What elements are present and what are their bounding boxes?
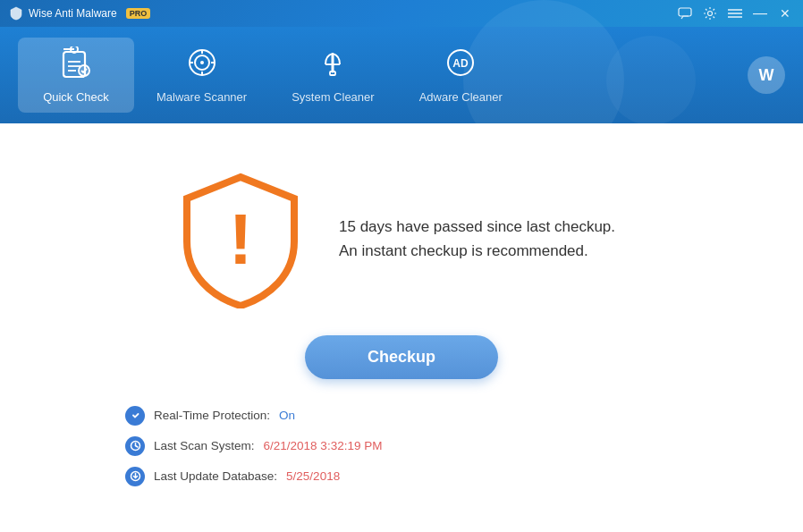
status-list: Real-Time Protection: On Last Scan Syste…: [125, 406, 382, 486]
nav-items: Quick Check Malware Scanner: [18, 38, 525, 113]
nav-item-quick-check[interactable]: Quick Check: [18, 38, 134, 113]
close-button[interactable]: ✕: [776, 4, 794, 22]
nav-item-system-cleaner[interactable]: System Cleaner: [269, 38, 396, 113]
svg-rect-21: [330, 72, 335, 75]
last-scan-value: 6/21/2018 3:32:19 PM: [264, 439, 383, 452]
quick-check-label: Quick Check: [43, 90, 109, 104]
minimize-button[interactable]: —: [751, 4, 769, 22]
settings-button[interactable]: [701, 4, 719, 22]
svg-line-28: [135, 446, 138, 448]
shield-check-icon: [125, 406, 145, 426]
system-cleaner-label: System Cleaner: [292, 90, 374, 104]
warning-shield: !: [178, 170, 303, 308]
nav-item-malware-scanner[interactable]: Malware Scanner: [134, 38, 269, 113]
warning-section: ! 15 days have passed since last checkup…: [178, 170, 625, 308]
main-content: ! 15 days have passed since last checkup…: [0, 123, 803, 532]
realtime-value[interactable]: On: [279, 409, 295, 422]
realtime-label: Real-Time Protection:: [154, 409, 270, 422]
menu-button[interactable]: [726, 4, 744, 22]
adware-cleaner-label: Adware Cleaner: [419, 90, 503, 104]
svg-point-15: [200, 61, 204, 64]
nav-item-adware-cleaner[interactable]: AD Adware Cleaner: [397, 38, 525, 113]
status-item-last-scan: Last Scan System: 6/21/2018 3:32:19 PM: [125, 436, 382, 456]
nav-right: W: [748, 56, 785, 94]
status-item-realtime: Real-Time Protection: On: [125, 406, 382, 426]
adware-cleaner-icon: AD: [444, 46, 477, 83]
last-update-value: 5/25/2018: [286, 469, 340, 483]
warning-text: 15 days have passed since last checkup. …: [339, 215, 625, 263]
app-title: Wise Anti Malware: [29, 7, 117, 20]
pro-badge: PRO: [126, 8, 151, 19]
clock-icon: [125, 436, 145, 456]
malware-scanner-label: Malware Scanner: [156, 90, 247, 104]
checkup-button[interactable]: Checkup: [305, 335, 498, 379]
svg-text:AD: AD: [453, 57, 469, 70]
title-bar-left: Wise Anti Malware PRO: [9, 6, 150, 21]
malware-scanner-icon: [186, 46, 218, 83]
quick-check-icon: [60, 46, 92, 83]
status-item-last-update: Last Update Database: 5/25/2018: [125, 467, 382, 486]
top-nav: Quick Check Malware Scanner: [0, 27, 803, 123]
system-cleaner-icon: [317, 46, 349, 83]
chat-button[interactable]: [676, 4, 694, 22]
last-update-label: Last Update Database:: [154, 469, 277, 483]
last-scan-label: Last Scan System:: [154, 439, 255, 452]
download-icon: [125, 467, 145, 486]
svg-text:!: !: [229, 199, 253, 279]
nav-decoration2: [606, 36, 696, 125]
svg-rect-0: [679, 8, 691, 16]
title-bar-controls: — ✕: [676, 4, 794, 22]
app-icon: [9, 6, 23, 21]
user-avatar[interactable]: W: [748, 56, 785, 94]
svg-point-1: [708, 12, 713, 16]
title-bar: Wise Anti Malware PRO — ✕: [0, 0, 803, 27]
